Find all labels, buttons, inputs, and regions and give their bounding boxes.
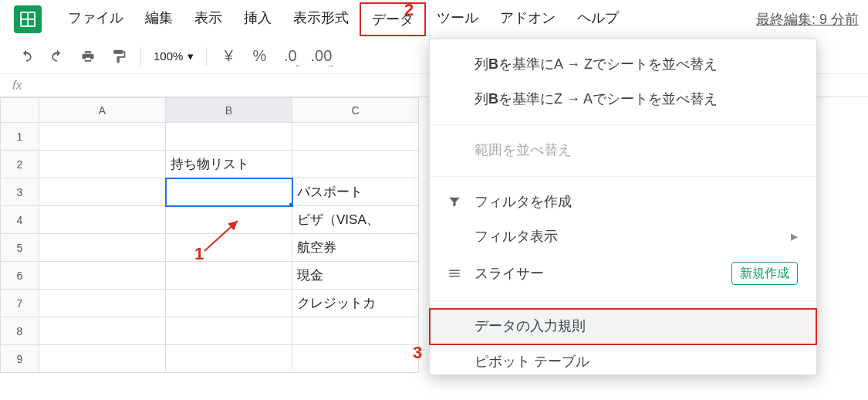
paint-format-button[interactable] — [105, 42, 133, 70]
cell[interactable] — [39, 262, 166, 290]
cell[interactable] — [166, 234, 292, 262]
format-currency-button[interactable]: ¥ — [214, 42, 242, 70]
undo-button[interactable] — [12, 42, 40, 70]
cell[interactable]: 持ち物リスト — [166, 151, 292, 178]
cell[interactable]: パスポート — [292, 178, 419, 206]
new-badge: 新規作成 — [731, 262, 798, 285]
row-header[interactable]: 1 — [1, 123, 39, 151]
last-edit-link[interactable]: 最終編集: 9 分前 — [756, 10, 860, 29]
slicer-icon — [445, 266, 464, 280]
menu-slicer[interactable]: スライサー 新規作成 — [430, 254, 816, 293]
menu-edit[interactable]: 編集 — [134, 2, 184, 36]
row-header[interactable]: 8 — [1, 317, 39, 345]
cell[interactable] — [166, 206, 292, 234]
data-menu-dropdown: 列 B を基準にA → Zでシートを並べ替え 列 B を基準にZ → Aでシート… — [429, 39, 817, 375]
menu-format[interactable]: 表示形式 — [282, 2, 360, 36]
row-header[interactable]: 4 — [1, 206, 39, 234]
cell[interactable] — [39, 317, 166, 345]
row-header[interactable]: 7 — [1, 290, 39, 317]
print-button[interactable] — [74, 42, 102, 70]
menu-sort-range: 範囲を並べ替え — [430, 133, 816, 168]
cell[interactable] — [292, 151, 419, 178]
cell[interactable] — [39, 345, 166, 373]
increase-decimal-button[interactable]: .00→ — [307, 42, 335, 70]
menu-create-filter[interactable]: フィルタを作成 — [430, 185, 816, 219]
menu-data-validation[interactable]: データの入力規則 — [430, 309, 816, 344]
cell-selected[interactable] — [166, 178, 292, 206]
zoom-value: 100% — [154, 49, 183, 63]
cell[interactable]: 現金 — [292, 262, 419, 290]
cell[interactable] — [292, 345, 419, 373]
menu-sort-asc[interactable]: 列 B を基準にA → Zでシートを並べ替え — [430, 47, 816, 82]
cell[interactable] — [39, 151, 166, 178]
menubar: ファイル 編集 表示 挿入 表示形式 データ ツール アドオン ヘルプ 最終編集… — [0, 0, 868, 39]
dropdown-caret-icon: ▾ — [187, 49, 194, 63]
cell[interactable] — [39, 290, 166, 317]
row-header[interactable]: 2 — [1, 151, 39, 178]
menu-insert[interactable]: 挿入 — [233, 2, 282, 36]
row-header[interactable]: 9 — [1, 345, 39, 373]
cell[interactable] — [166, 262, 292, 290]
cell[interactable] — [39, 123, 166, 151]
menu-addons[interactable]: アドオン — [489, 2, 566, 36]
menu-help[interactable]: ヘルプ — [566, 2, 630, 36]
menu-pivot-table[interactable]: ピボット テーブル — [430, 344, 816, 371]
cell[interactable] — [166, 290, 292, 317]
cell[interactable] — [292, 317, 419, 345]
menu-tools[interactable]: ツール — [426, 2, 489, 36]
menu-data[interactable]: データ — [360, 2, 426, 36]
cell[interactable] — [166, 123, 292, 151]
zoom-select[interactable]: 100%▾ — [149, 46, 198, 66]
cell[interactable] — [166, 345, 292, 373]
menu-filter-views[interactable]: フィルタ表示 ▸ — [430, 219, 816, 254]
cell[interactable] — [292, 123, 419, 151]
cell[interactable] — [39, 178, 166, 206]
cell[interactable]: クレジットカ — [292, 290, 419, 317]
cell[interactable]: 航空券 — [292, 234, 419, 262]
row-header[interactable]: 6 — [1, 262, 39, 290]
row-header[interactable]: 5 — [1, 234, 39, 262]
submenu-arrow-icon: ▸ — [791, 227, 798, 246]
decrease-decimal-button[interactable]: .0← — [276, 42, 304, 70]
col-header-b[interactable]: B — [166, 98, 292, 123]
sheets-logo — [14, 5, 42, 33]
col-header-c[interactable]: C — [292, 98, 419, 123]
format-percent-button[interactable]: % — [245, 42, 273, 70]
col-header-a[interactable]: A — [39, 98, 166, 123]
menu-sort-desc[interactable]: 列 B を基準にZ → Aでシートを並べ替え — [430, 82, 816, 117]
cell[interactable]: ビザ（VISA、 — [292, 206, 419, 234]
cell[interactable] — [39, 206, 166, 234]
redo-button[interactable] — [43, 42, 71, 70]
cell[interactable] — [39, 234, 166, 262]
menu-file[interactable]: ファイル — [57, 2, 134, 36]
fx-label: fx — [12, 79, 22, 93]
cell[interactable] — [166, 317, 292, 345]
menu-view[interactable]: 表示 — [184, 2, 233, 36]
filter-icon — [445, 195, 464, 208]
row-header[interactable]: 3 — [1, 178, 39, 206]
